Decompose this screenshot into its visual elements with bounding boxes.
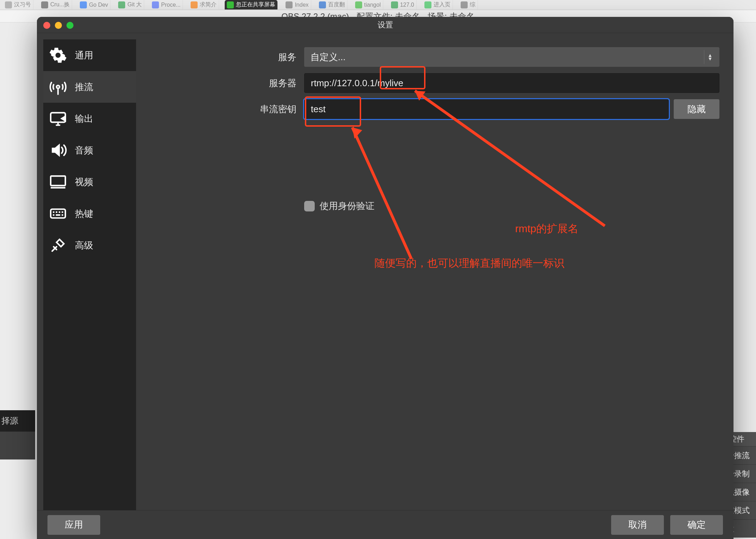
sidebar-item-advanced[interactable]: 高级 — [43, 229, 136, 261]
stream-key-label: 串流密钥 — [149, 103, 304, 115]
stream-settings-form: 服务 自定义... ▲▼ 服务器 串流密钥 隐藏 — [149, 47, 719, 212]
server-input[interactable] — [304, 73, 719, 93]
sidebar-item-label: 高级 — [75, 239, 93, 252]
sidebar-item-stream[interactable]: 推流 — [43, 71, 136, 103]
service-label: 服务 — [149, 51, 304, 63]
stream-key-input[interactable] — [304, 99, 669, 119]
sidebar-item-audio[interactable]: 音频 — [43, 134, 136, 166]
sidebar-item-label: 通用 — [75, 49, 93, 62]
cancel-button[interactable]: 取消 — [611, 515, 664, 535]
sidebar-item-video[interactable]: 视频 — [43, 166, 136, 198]
gear-icon — [48, 45, 68, 65]
minimize-icon[interactable] — [55, 22, 62, 29]
annotation-text-key: 随便写的，也可以理解直播间的唯一标识 — [374, 256, 564, 271]
settings-button-bar: 应用 取消 确定 — [37, 510, 733, 539]
sidebar-item-hotkeys[interactable]: 热键 — [43, 198, 136, 229]
settings-window: 设置 通用 推流 输出 — [37, 17, 733, 539]
sidebar-item-label: 音频 — [75, 144, 93, 157]
display-icon — [48, 172, 68, 192]
sidebar-item-label: 热键 — [75, 208, 93, 220]
sidebar-item-label: 推流 — [75, 81, 93, 93]
window-title: 设置 — [37, 20, 733, 30]
sidebar-item-label: 视频 — [75, 176, 93, 188]
use-auth-label: 使用身份验证 — [320, 200, 374, 212]
annotation-arrow-key — [345, 125, 499, 273]
use-auth-checkbox[interactable] — [304, 201, 315, 211]
hide-key-button[interactable]: 隐藏 — [674, 99, 719, 119]
scene-source-hint: 择源 — [0, 410, 35, 431]
annotation-text-ext: rmtp的扩展名 — [515, 222, 578, 236]
scene-source-block — [0, 431, 35, 459]
service-select[interactable]: 自定义... ▲▼ — [304, 47, 719, 67]
server-label: 服务器 — [149, 77, 304, 89]
svg-marker-4 — [352, 127, 362, 139]
service-value: 自定义... — [310, 51, 346, 63]
sidebar-item-label: 输出 — [75, 113, 93, 125]
settings-sidebar: 通用 推流 输出 音频 — [43, 39, 136, 510]
monitor-icon — [48, 109, 68, 128]
tools-icon — [48, 235, 68, 255]
apply-button[interactable]: 应用 — [47, 515, 100, 535]
maximize-icon[interactable] — [66, 22, 73, 29]
svg-rect-1 — [51, 176, 65, 185]
sidebar-item-output[interactable]: 输出 — [43, 103, 136, 134]
svg-rect-2 — [51, 209, 65, 218]
ok-button[interactable]: 确定 — [670, 515, 723, 535]
antenna-icon — [48, 77, 68, 97]
browser-tabstrip: 汉习号 Cru...换 Go Dev Git 大 Proce... 求简介 忽正… — [0, 0, 756, 10]
window-titlebar[interactable]: 设置 — [37, 17, 733, 33]
close-icon[interactable] — [43, 22, 50, 29]
sidebar-item-general[interactable]: 通用 — [43, 39, 136, 71]
keyboard-icon — [48, 204, 68, 223]
chevron-updown-icon: ▲▼ — [704, 50, 716, 64]
speaker-icon — [48, 140, 68, 160]
